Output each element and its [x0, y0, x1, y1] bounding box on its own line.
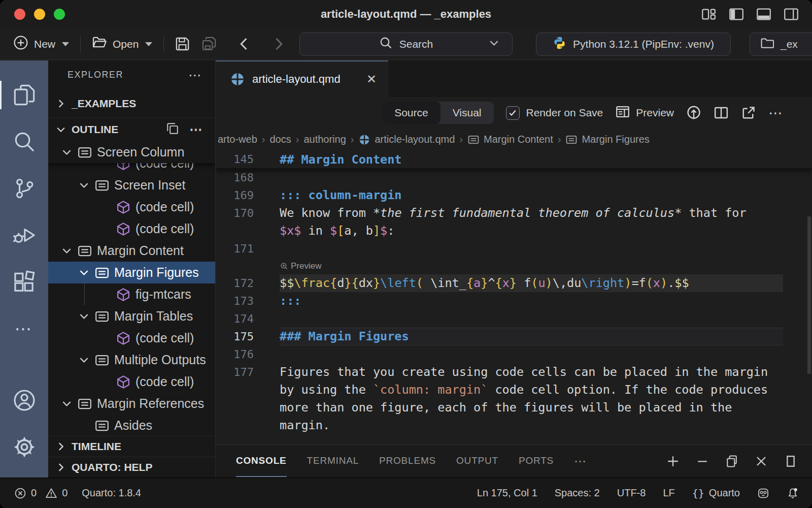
- close-panel-icon[interactable]: [754, 454, 768, 468]
- encoding-status[interactable]: UTF-8: [617, 487, 646, 499]
- interpreter-selector-button[interactable]: Python 3.12.1 (PipEnv: .venv): [536, 33, 731, 56]
- code-line-171[interactable]: 171: [216, 240, 812, 258]
- code-line-145[interactable]: 145## Margin Content: [216, 150, 812, 169]
- project-selector-button[interactable]: _ex: [750, 33, 812, 56]
- outline-item-margin-tables[interactable]: Margin Tables: [48, 305, 215, 327]
- cursor-position-status[interactable]: Ln 175, Col 1: [477, 487, 537, 499]
- activity-extensions-button[interactable]: [0, 259, 48, 305]
- code-line-175[interactable]: 175### Margin Figures: [216, 328, 812, 345]
- breadcrumb-item-arto-web[interactable]: arto-web: [218, 134, 257, 145]
- outline-item-margin-references[interactable]: Margin References: [48, 393, 215, 415]
- line-number[interactable]: 177: [216, 363, 254, 381]
- save-button[interactable]: [169, 36, 196, 52]
- split-editor-icon[interactable]: [714, 105, 729, 120]
- code-line-176[interactable]: 176: [216, 345, 812, 363]
- code-line-172[interactable]: 172$$\frac{d}{dx}\left( \int_{a}^{x} f(u…: [216, 274, 812, 292]
- breadcrumb-item-authoring[interactable]: authoring: [303, 134, 346, 145]
- line-number[interactable]: 169: [216, 186, 254, 204]
- navigate-forward-button[interactable]: [265, 36, 292, 52]
- activity-run-debug-button[interactable]: [0, 212, 48, 259]
- codelens-preview-link[interactable]: Preview: [216, 258, 812, 274]
- chevron-down-icon[interactable]: [77, 353, 94, 367]
- language-mode-status[interactable]: {} Quarto: [692, 487, 740, 499]
- line-number[interactable]: 170: [216, 204, 254, 222]
- line-number[interactable]: 172: [216, 274, 254, 292]
- line-number[interactable]: 173: [216, 292, 254, 310]
- outline-item--code-cell-[interactable]: (code cell): [48, 218, 215, 240]
- chevron-down-icon[interactable]: [60, 145, 77, 159]
- code-editor[interactable]: 145## Margin Content168169::: column-mar…: [216, 150, 812, 444]
- panel-tab-problems[interactable]: PROBLEMS: [379, 445, 436, 477]
- activity-more-button[interactable]: ⋯: [0, 305, 48, 352]
- panel-more-icon[interactable]: ⋯: [574, 454, 588, 468]
- code-line-168[interactable]: 168: [216, 169, 812, 186]
- line-number[interactable]: 145: [216, 150, 254, 168]
- line-number[interactable]: [216, 381, 254, 399]
- outline-item--code-cell-[interactable]: (code cell): [48, 371, 215, 393]
- outline-item--code-cell-[interactable]: (code cell): [48, 196, 215, 218]
- toggle-left-sidebar-icon[interactable]: [729, 7, 744, 22]
- outline-item-screen-column[interactable]: Screen Column: [48, 141, 215, 163]
- chevron-down-icon[interactable]: [60, 244, 77, 258]
- sidebar-section-examples[interactable]: _EXAMPLES: [48, 89, 215, 118]
- explorer-more-icon[interactable]: ⋯: [188, 73, 203, 78]
- code-line-169[interactable]: 169::: column-margin: [216, 186, 812, 204]
- notifications-button[interactable]: [787, 487, 799, 499]
- outline-item-screen-inset[interactable]: Screen Inset: [48, 174, 215, 196]
- editor-more-actions-icon[interactable]: ⋯: [768, 105, 784, 121]
- activity-account-button[interactable]: [0, 377, 48, 424]
- minimize-panel-icon[interactable]: [695, 454, 709, 468]
- save-all-button[interactable]: [196, 36, 223, 52]
- preview-button[interactable]: Preview: [615, 104, 674, 122]
- publish-icon[interactable]: [686, 105, 701, 120]
- line-number[interactable]: [216, 222, 254, 240]
- code-line-174[interactable]: 174: [216, 310, 812, 328]
- activity-search-button[interactable]: [0, 118, 48, 165]
- panel-tab-terminal[interactable]: TERMINAL: [307, 445, 359, 477]
- line-number[interactable]: 171: [216, 240, 254, 258]
- toggle-right-sidebar-icon[interactable]: [784, 7, 799, 22]
- outline-item--code-cell-[interactable]: (code cell): [48, 327, 215, 349]
- outline-item-margin-figures[interactable]: Margin Figures: [48, 262, 215, 283]
- feedback-button[interactable]: [757, 487, 769, 499]
- sidebar-section-quarto-help[interactable]: QUARTO: HELP: [48, 457, 215, 478]
- maximize-panel-icon[interactable]: [784, 454, 798, 468]
- close-tab-icon[interactable]: ✕: [366, 72, 377, 86]
- render-on-save-toggle[interactable]: Render on Save: [506, 106, 603, 120]
- chevron-down-icon[interactable]: [77, 178, 94, 192]
- global-search-box[interactable]: Search: [299, 33, 513, 56]
- source-mode-button[interactable]: Source: [382, 102, 441, 124]
- editor-tab-article-layout[interactable]: article-layout.qmd ✕: [216, 60, 388, 97]
- code-line-wrap[interactable]: by using the `column: margin` code cell …: [216, 381, 812, 399]
- activity-source-control-button[interactable]: [0, 165, 48, 212]
- chevron-down-icon[interactable]: [77, 309, 94, 323]
- activity-explorer-button[interactable]: [0, 72, 48, 118]
- line-number[interactable]: [216, 417, 254, 434]
- chevron-down-icon[interactable]: [60, 397, 77, 410]
- customize-layout-icon[interactable]: [701, 7, 717, 22]
- breadcrumb-item-docs[interactable]: docs: [269, 134, 291, 145]
- problems-status-button[interactable]: 0 0: [14, 487, 67, 499]
- collapse-all-icon[interactable]: [166, 122, 179, 138]
- quarto-version-status[interactable]: Quarto: 1.8.4: [82, 487, 141, 499]
- sidebar-section-outline[interactable]: OUTLINE ⋯: [48, 118, 215, 141]
- breadcrumb-item-margin-figures[interactable]: Margin Figures: [565, 134, 649, 146]
- breadcrumb-item-article-layout-qmd[interactable]: article-layout.qmd: [358, 134, 455, 146]
- sidebar-section-timeline[interactable]: TIMELINE: [48, 436, 215, 457]
- code-line-177[interactable]: 177Figures that you create using code ce…: [216, 363, 812, 381]
- outline-item-multiple-outputs[interactable]: Multiple Outputs: [48, 349, 215, 371]
- new-file-button[interactable]: New: [7, 35, 75, 53]
- new-console-icon[interactable]: [666, 454, 680, 468]
- breadcrumb-item-margin-content[interactable]: Margin Content: [467, 134, 553, 146]
- line-number[interactable]: 176: [216, 345, 254, 363]
- panel-tab-ports[interactable]: PORTS: [519, 445, 554, 477]
- panel-tab-output[interactable]: OUTPUT: [456, 445, 498, 477]
- outline-more-icon[interactable]: ⋯: [189, 127, 204, 132]
- code-line-173[interactable]: 173:::: [216, 292, 812, 310]
- code-line-wrap[interactable]: margin.: [216, 417, 812, 434]
- outline-item-margin-content[interactable]: Margin Content: [48, 240, 215, 262]
- chevron-down-icon[interactable]: [77, 266, 94, 279]
- indentation-status[interactable]: Spaces: 2: [555, 487, 600, 499]
- outline-item--code-cell-[interactable]: (code cell): [48, 163, 215, 174]
- line-number[interactable]: 175: [216, 328, 254, 345]
